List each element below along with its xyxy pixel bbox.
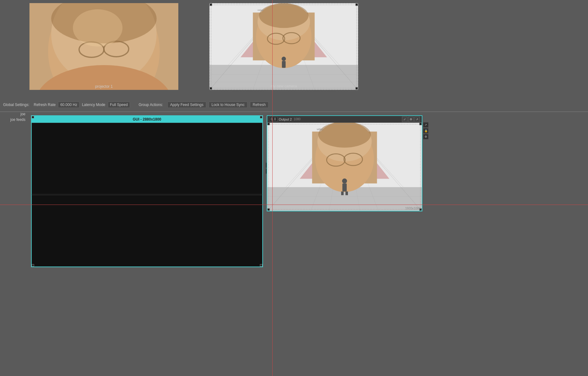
corner-handle-bl[interactable]: [210, 87, 212, 90]
crosshair-vertical-line: [272, 0, 273, 376]
left-panel-corner-bl[interactable]: [32, 264, 34, 267]
left-panel-corner-tl[interactable]: [32, 116, 34, 118]
output-panel-right-header: 0, 0 Output 2 1080 ⤢ ⚙ ↗: [267, 116, 422, 123]
corner-handle-br[interactable]: [355, 87, 358, 90]
size-annotation: 1920x1080: [405, 207, 421, 210]
apply-feed-settings-button[interactable]: Apply Feed Settings: [167, 102, 206, 108]
svg-point-26: [259, 3, 308, 28]
left-sidebar: joe joe feeds: [0, 112, 28, 122]
output-panel-right-header-left: 0, 0 Output 2 1080: [269, 117, 301, 122]
latency-mode-label: Latency Mode: [82, 103, 105, 107]
svg-point-28: [282, 57, 286, 61]
svg-point-48: [318, 123, 371, 148]
output-panel-left-header: GUI - 2880x1800: [32, 116, 262, 123]
right-panel-corner-bl[interactable]: [267, 208, 270, 211]
expand-tool-icon[interactable]: ↗: [423, 122, 429, 128]
svg-rect-29: [282, 61, 286, 68]
preview-right: video my new camera: [209, 3, 358, 90]
coord-badge: 0, 0: [269, 117, 278, 122]
output-panel-icons: ⤢ ⚙ ↗: [402, 117, 420, 122]
left-panel-corner-br[interactable]: [260, 264, 262, 267]
right-panel-scene: video: [267, 123, 422, 211]
right-panel-corner-tr[interactable]: [419, 123, 422, 125]
refresh-rate-label: Refresh Rate: [34, 103, 56, 107]
refresh-rate-value: 60.000 Hz: [58, 102, 79, 108]
output-panel-left: GUI - 2880x1800: [31, 115, 263, 267]
top-preview-area: projector 1: [0, 0, 588, 96]
global-settings-label: Global Settings:: [3, 103, 29, 107]
crosshair-horizontal-line: [0, 205, 588, 205]
output-panel-top-area: [32, 123, 262, 194]
lock-tool-icon[interactable]: 🔒: [423, 128, 429, 134]
output-panel-bottom-area: [32, 195, 262, 267]
group-actions-label: Group Actions:: [139, 103, 163, 107]
svg-rect-53: [345, 192, 348, 195]
right-panel-corner-tl[interactable]: [267, 123, 270, 125]
output-panel-left-content: [32, 123, 262, 267]
camera-label: my new camera: [210, 83, 358, 90]
projector-label: projector 1: [29, 83, 178, 90]
output-title: Output 2: [279, 117, 292, 121]
output-size-header: 1080: [294, 117, 301, 121]
corner-handle-tr[interactable]: [355, 3, 358, 6]
user-label: joe: [20, 112, 25, 117]
settings-icon-btn[interactable]: ⚙: [408, 117, 414, 122]
expand-icon-btn[interactable]: ↗: [414, 117, 420, 122]
svg-rect-52: [341, 192, 344, 195]
global-settings-bar: Global Settings: Refresh Rate 60.000 Hz …: [0, 99, 588, 110]
corner-handle-tl[interactable]: [210, 3, 212, 6]
settings-tool-icon[interactable]: ⚙: [423, 134, 429, 139]
output-panel-right: 0, 0 Output 2 1080 ⤢ ⚙ ↗: [267, 115, 422, 211]
refresh-button[interactable]: Refresh: [250, 102, 269, 108]
camera-preview-scene: video: [210, 3, 358, 90]
preview-left: projector 1: [29, 3, 178, 90]
resize-icon-btn[interactable]: ⤢: [402, 117, 408, 122]
left-panel-corner-tr[interactable]: [260, 116, 262, 118]
side-tools: ↗ 🔒 ⚙: [423, 122, 429, 139]
lock-house-sync-button[interactable]: Lock to House Sync: [209, 102, 247, 108]
svg-text:video: video: [257, 9, 264, 11]
svg-rect-51: [342, 184, 347, 192]
feeds-label: joe feeds: [10, 117, 25, 122]
projector-preview-image: [29, 3, 178, 90]
output-panel-right-content: video 1920x1080: [267, 123, 422, 211]
latency-mode-value: Full Speed: [108, 102, 130, 108]
svg-text:video: video: [317, 128, 323, 131]
svg-point-8: [73, 9, 122, 46]
separator-line: [0, 112, 588, 112]
svg-point-50: [342, 179, 347, 184]
